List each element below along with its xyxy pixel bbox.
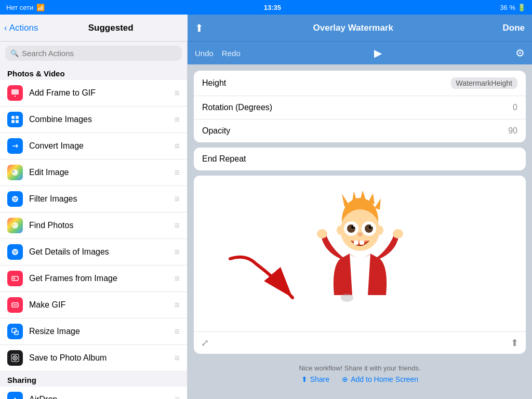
done-button[interactable]: Done xyxy=(503,23,525,33)
drag-handle: ≡ xyxy=(174,141,180,152)
preview-share-button[interactable]: ⬆ xyxy=(511,337,518,349)
red-arrow xyxy=(215,248,318,311)
list-item-combine-images[interactable]: Combine Images ≡ xyxy=(0,107,187,133)
rotation-row: Rotation (Degrees) 0 xyxy=(194,96,526,119)
app-container: ‹ Actions Suggested ⬆ Overlay Watermark … xyxy=(0,15,532,399)
svg-rect-22 xyxy=(12,328,16,332)
expand-button[interactable]: ⤢ xyxy=(201,337,209,349)
back-chevron-icon: ‹ xyxy=(4,23,7,33)
resize-image-label: Resize Image xyxy=(29,327,80,336)
list-item-get-details[interactable]: Get Details of Images ≡ xyxy=(0,239,187,265)
get-frames-icon xyxy=(7,271,23,286)
svg-marker-34 xyxy=(360,191,366,202)
play-button[interactable]: ▶ xyxy=(374,47,382,59)
add-home-button[interactable]: ⊕ Add to Home Screen xyxy=(342,375,418,383)
wifi-icon: 📶 xyxy=(36,4,45,11)
status-time: 13:35 xyxy=(264,4,281,11)
search-input[interactable] xyxy=(22,49,177,58)
list-item-save-photo[interactable]: Save to Photo Album ≡ xyxy=(0,345,187,371)
right-panel: Undo Redo ▶ ⚙ Height WatermarkHeight Rot… xyxy=(188,42,532,399)
svg-point-51 xyxy=(337,225,344,235)
share-button[interactable]: ⬆ Share xyxy=(301,375,329,383)
opacity-value: 90 xyxy=(508,126,517,136)
svg-point-8 xyxy=(12,196,18,202)
find-photos-icon xyxy=(7,218,23,233)
battery-icon: 🔋 xyxy=(517,4,526,11)
svg-point-52 xyxy=(376,225,383,235)
convert-image-label: Convert Image xyxy=(29,141,84,151)
nav-right-title: Overlay Watermark xyxy=(204,23,503,33)
height-label: Height xyxy=(202,78,451,88)
settings-icon[interactable]: ⚙ xyxy=(515,47,525,59)
list-item-airdrop[interactable]: AirDrop ≡ xyxy=(0,387,187,399)
svg-point-44 xyxy=(353,225,354,227)
add-frame-gif-label: Add Frame to GIF xyxy=(29,88,96,98)
list-item-filter-images[interactable]: Filter Images ≡ xyxy=(0,186,187,212)
opacity-label: Opacity xyxy=(202,126,508,136)
drag-handle: ≡ xyxy=(174,300,180,311)
status-right: 36 % 🔋 xyxy=(500,4,526,11)
get-details-icon xyxy=(7,244,23,260)
list-item-get-frames[interactable]: Get Frames from Image ≡ xyxy=(0,265,187,292)
airdrop-label: AirDrop xyxy=(29,395,57,399)
svg-point-25 xyxy=(14,357,16,359)
properties-card: Height WatermarkHeight Rotation (Degrees… xyxy=(194,71,526,142)
toolbar-play: ▶ xyxy=(249,47,507,59)
filter-images-label: Filter Images xyxy=(29,194,77,204)
edit-image-label: Edit Image xyxy=(29,168,69,177)
sidebar-list: Photos & Video Add Frame to GIF ≡ xyxy=(0,65,187,399)
search-icon: 🔍 xyxy=(10,49,19,57)
find-photos-label: Find Photos xyxy=(29,221,73,230)
svg-point-45 xyxy=(370,225,372,227)
svg-point-12 xyxy=(12,222,18,229)
svg-marker-36 xyxy=(375,198,381,210)
get-details-label: Get Details of Images xyxy=(29,247,109,257)
list-item-find-photos[interactable]: Find Photos ≡ xyxy=(0,212,187,239)
svg-point-9 xyxy=(14,198,15,199)
status-left: Нет сети 📶 xyxy=(6,4,45,11)
share-actions: ⬆ Share ⊕ Add to Home Screen xyxy=(199,375,521,383)
save-photo-label: Save to Photo Album xyxy=(29,353,107,363)
svg-point-11 xyxy=(15,200,16,201)
svg-point-15 xyxy=(14,251,15,252)
svg-rect-48 xyxy=(360,241,364,245)
drag-handle: ≡ xyxy=(174,247,180,258)
resize-image-icon xyxy=(7,324,23,339)
share-btn-icon: ⬆ xyxy=(301,375,308,383)
svg-point-6 xyxy=(12,169,18,176)
share-text: Nice workflow! Share it with your friend… xyxy=(199,364,521,372)
drag-handle: ≡ xyxy=(174,353,180,364)
svg-point-7 xyxy=(13,171,15,172)
watermark-height-badge[interactable]: WatermarkHeight xyxy=(451,77,517,89)
search-input-wrap[interactable]: 🔍 xyxy=(5,46,182,61)
undo-button[interactable]: Undo xyxy=(195,49,214,58)
list-item-add-frame-gif[interactable]: Add Frame to GIF ≡ xyxy=(0,80,187,107)
svg-rect-3 xyxy=(16,116,19,119)
end-repeat-label: End Repeat xyxy=(202,154,246,163)
drag-handle: ≡ xyxy=(174,394,180,400)
list-item-edit-image[interactable]: Edit Image ≡ xyxy=(0,159,187,186)
add-frame-gif-icon xyxy=(7,85,23,101)
search-bar: 🔍 xyxy=(0,42,187,65)
edit-image-icon xyxy=(7,165,23,180)
opacity-row: Opacity 90 xyxy=(194,119,526,142)
filter-images-icon xyxy=(7,191,23,207)
svg-point-10 xyxy=(16,198,17,199)
drag-handle: ≡ xyxy=(174,167,180,178)
list-item-make-gif[interactable]: Make GIF ≡ xyxy=(0,292,187,318)
convert-image-icon xyxy=(7,138,23,154)
svg-point-46 xyxy=(357,232,363,236)
back-button[interactable]: ‹ Actions xyxy=(4,23,38,33)
svg-rect-4 xyxy=(11,120,15,123)
share-icon[interactable]: ⬆ xyxy=(195,22,204,34)
sidebar: 🔍 Photos & Video Add Frame to GI xyxy=(0,42,188,399)
nav-left: ‹ Actions Suggested xyxy=(0,15,188,42)
svg-point-17 xyxy=(15,252,16,254)
svg-point-50 xyxy=(393,229,403,238)
list-item-convert-image[interactable]: Convert Image ≡ xyxy=(0,133,187,159)
add-home-label: Add to Home Screen xyxy=(351,375,418,383)
redo-button[interactable]: Redo xyxy=(222,49,241,58)
list-item-resize-image[interactable]: Resize Image ≡ xyxy=(0,318,187,345)
svg-point-16 xyxy=(16,251,17,252)
svg-marker-35 xyxy=(368,193,375,204)
